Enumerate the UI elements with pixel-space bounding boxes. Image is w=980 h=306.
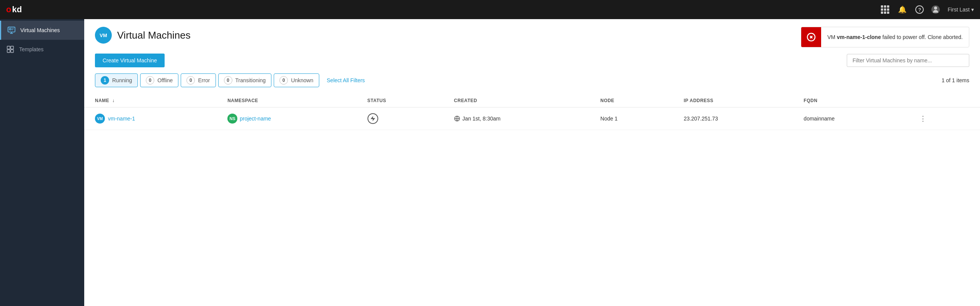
topnav-right: 🔔 ? First Last ▾ bbox=[881, 4, 974, 15]
sidebar-item-label: Virtual Machines bbox=[20, 27, 60, 33]
col-node: NODE bbox=[590, 95, 673, 107]
row-node-cell: Node 1 bbox=[590, 107, 673, 130]
row-status-cell bbox=[357, 107, 443, 130]
items-count: 1 of 1 items bbox=[942, 77, 969, 83]
filter-row: 1 Running 0 Offline 0 Error 0 Transition… bbox=[84, 73, 980, 95]
create-virtual-machine-button[interactable]: Create Virtual Machine bbox=[95, 54, 165, 67]
vm-table: NAME ↓ NAMESPACE STATUS CREATED NODE IP … bbox=[84, 95, 980, 130]
row-name-cell: VM vm-name-1 bbox=[84, 107, 217, 130]
app-logo[interactable]: okd bbox=[6, 5, 22, 15]
row-kebab-menu[interactable]: ⋮ bbox=[916, 113, 929, 124]
offline-count: 0 bbox=[146, 76, 154, 85]
error-vm-name: vm-name-1-clone bbox=[837, 34, 881, 40]
ns-badge: NS bbox=[227, 114, 237, 124]
error-label: Error bbox=[198, 77, 210, 83]
unknown-label: Unknown bbox=[291, 77, 313, 83]
user-menu-chevron: ▾ bbox=[971, 7, 974, 13]
error-banner: VM vm-name-1-clone failed to power off. … bbox=[801, 27, 969, 47]
vm-name-link[interactable]: VM vm-name-1 bbox=[95, 114, 206, 124]
filter-unknown[interactable]: 0 Unknown bbox=[274, 73, 319, 87]
sidebar-item-templates[interactable]: Templates bbox=[0, 40, 84, 59]
col-actions bbox=[906, 95, 980, 107]
help-icon[interactable]: ? bbox=[915, 5, 924, 14]
created-date: Jan 1st, 8:30am bbox=[462, 116, 501, 122]
user-name-label: First Last bbox=[947, 7, 970, 13]
unknown-count: 0 bbox=[279, 76, 288, 85]
page-title: Virtual Machines bbox=[117, 29, 191, 41]
col-ip: IP ADDRESS bbox=[673, 95, 793, 107]
globe-icon bbox=[454, 116, 460, 122]
sidebar-item-virtual-machines[interactable]: Virtual Machines bbox=[0, 21, 84, 40]
col-namespace: NAMESPACE bbox=[217, 95, 356, 107]
top-navigation: okd 🔔 ? First Last ▾ bbox=[0, 0, 980, 19]
notifications-button[interactable]: 🔔 bbox=[897, 4, 908, 15]
error-x-icon bbox=[807, 33, 816, 42]
filter-transitioning[interactable]: 0 Transitioning bbox=[218, 73, 272, 87]
page-header: VM Virtual Machines VM vm-name-1-clone f… bbox=[84, 19, 980, 54]
error-suffix: failed to power off. Clone aborted. bbox=[881, 34, 963, 40]
page-vm-badge: VM bbox=[95, 27, 112, 44]
sort-icon: ↓ bbox=[112, 98, 114, 103]
virtual-machines-icon bbox=[7, 26, 16, 34]
table-header: NAME ↓ NAMESPACE STATUS CREATED NODE IP … bbox=[84, 95, 980, 107]
sidebar-item-label: Templates bbox=[19, 46, 44, 52]
select-all-filters[interactable]: Select All Filters bbox=[322, 75, 371, 86]
namespace-name: project-name bbox=[240, 116, 271, 122]
svg-rect-6 bbox=[7, 50, 10, 52]
page-title-area: VM Virtual Machines bbox=[95, 27, 191, 44]
svg-marker-11 bbox=[371, 116, 375, 121]
transitioning-count: 0 bbox=[224, 76, 232, 85]
svg-rect-4 bbox=[7, 46, 10, 49]
table-row: VM vm-name-1 NS project-name bbox=[84, 107, 980, 130]
table-body: VM vm-name-1 NS project-name bbox=[84, 107, 980, 130]
row-fqdn-cell: domainname bbox=[793, 107, 906, 130]
apps-grid-icon[interactable] bbox=[881, 5, 889, 14]
svg-rect-5 bbox=[11, 46, 13, 49]
filter-offline[interactable]: 0 Offline bbox=[140, 73, 178, 87]
filter-error[interactable]: 0 Error bbox=[181, 73, 216, 87]
svg-rect-7 bbox=[11, 50, 13, 52]
running-label: Running bbox=[112, 77, 132, 83]
bolt-icon bbox=[370, 116, 376, 122]
row-ip-cell: 23.207.251.73 bbox=[673, 107, 793, 130]
offline-label: Offline bbox=[157, 77, 173, 83]
main-layout: Virtual Machines Templates VM Virtual Ma… bbox=[0, 19, 980, 306]
action-bar: Create Virtual Machine bbox=[84, 54, 980, 73]
user-menu[interactable]: First Last ▾ bbox=[947, 7, 974, 13]
sidebar: Virtual Machines Templates bbox=[0, 19, 84, 306]
namespace-link[interactable]: NS project-name bbox=[227, 114, 346, 124]
error-prefix: VM bbox=[827, 34, 837, 40]
row-actions-cell: ⋮ bbox=[906, 107, 980, 130]
templates-icon bbox=[6, 45, 15, 54]
vm-name: vm-name-1 bbox=[108, 116, 135, 122]
vm-row-badge: VM bbox=[95, 114, 105, 124]
user-avatar-icon bbox=[931, 5, 940, 14]
col-name: NAME ↓ bbox=[84, 95, 217, 107]
transitioning-label: Transitioning bbox=[235, 77, 266, 83]
row-created-cell: Jan 1st, 8:30am bbox=[443, 107, 590, 130]
running-count: 1 bbox=[101, 76, 109, 85]
logo-o: o bbox=[6, 5, 11, 15]
col-created: CREATED bbox=[443, 95, 590, 107]
created-area: Jan 1st, 8:30am bbox=[454, 116, 579, 122]
status-running-icon bbox=[368, 113, 378, 124]
col-status: STATUS bbox=[357, 95, 443, 107]
error-banner-icon bbox=[801, 27, 821, 47]
error-count: 0 bbox=[186, 76, 195, 85]
error-banner-text: VM vm-name-1-clone failed to power off. … bbox=[821, 29, 969, 45]
svg-rect-1 bbox=[10, 28, 11, 30]
row-namespace-cell: NS project-name bbox=[217, 107, 356, 130]
logo-area: okd bbox=[6, 5, 22, 15]
col-fqdn: FQDN bbox=[793, 95, 906, 107]
bell-icon: 🔔 bbox=[898, 5, 906, 14]
status-icon bbox=[368, 113, 433, 124]
logo-kd: kd bbox=[12, 5, 22, 15]
filter-running[interactable]: 1 Running bbox=[95, 73, 138, 87]
filter-input[interactable] bbox=[847, 54, 969, 67]
main-content: VM Virtual Machines VM vm-name-1-clone f… bbox=[84, 19, 980, 306]
